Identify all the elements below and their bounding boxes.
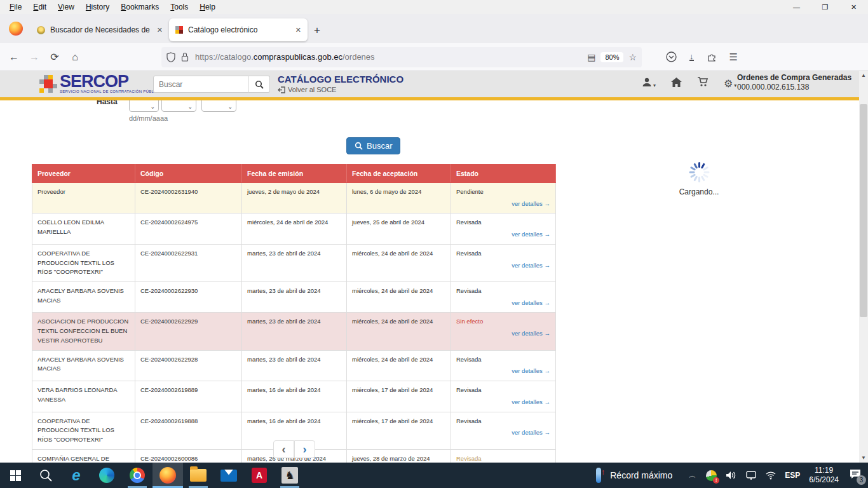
taskbar-explorer[interactable] [183, 463, 214, 488]
date-day-select[interactable]: ⌄ [129, 100, 159, 112]
downloads-icon[interactable]: ↓ [689, 53, 694, 61]
home-button[interactable] [671, 78, 682, 90]
order-code: CE-20240002600086 [135, 449, 242, 463]
taskbar-ie[interactable]: e [61, 463, 92, 488]
tab-close-icon[interactable]: ✕ [295, 26, 301, 34]
url-text[interactable]: https://catalogo.compraspublicas.gob.ec/… [195, 52, 587, 62]
ver-detalles-link[interactable]: ver detalles → [456, 200, 550, 209]
ver-detalles-link[interactable]: ver detalles → [456, 329, 550, 339]
bookmark-star-icon[interactable]: ☆ [628, 52, 637, 62]
weather-text[interactable]: Récord máximo [610, 470, 672, 480]
reload-icon[interactable]: ⟳ [44, 51, 65, 63]
url-bar[interactable]: https://catalogo.compraspublicas.gob.ec/… [161, 47, 642, 67]
folder-icon [190, 469, 207, 482]
table-row: ASOCIACION DE PRODUCCION TEXTIL CONFECCI… [32, 313, 556, 350]
sercop-logo[interactable]: SERCOP SERVICIO NACIONAL DE CONTRATACIÓN… [60, 73, 161, 93]
notification-center-icon[interactable]: 3 [849, 468, 862, 482]
user-menu[interactable]: ▾ [642, 77, 656, 90]
shield-icon[interactable] [166, 52, 175, 62]
sercop-header: SERCOP SERVICIO NACIONAL DE CONTRATACIÓN… [0, 71, 859, 97]
minimize-button[interactable]: — [782, 0, 811, 14]
tab-strip: Buscador de Necesidades de Co ✕ Catálogo… [0, 14, 868, 43]
chrome-icon [130, 468, 145, 483]
scrollbar-thumb[interactable] [860, 104, 867, 317]
restore-button[interactable]: ❐ [811, 0, 839, 14]
close-button[interactable]: ✕ [839, 0, 868, 14]
antivirus-icon[interactable] [706, 470, 717, 481]
menu-edit[interactable]: Edit [29, 1, 51, 13]
ver-detalles-link[interactable]: ver detalles → [456, 367, 550, 376]
table-row: ARACELY BARBARA SOVENIS MACIAS CE-202400… [32, 282, 556, 313]
col-estado: Estado [451, 165, 556, 183]
extensions-icon[interactable] [707, 52, 717, 62]
acceptance-date: miércoles, 24 de abril de 2024 [347, 313, 451, 350]
volume-icon[interactable] [726, 470, 737, 480]
taskbar: e A ♞ ↑ Récord máximo ︿ ESP 11:19 6/5/ [0, 463, 868, 488]
next-page-button[interactable]: › [294, 440, 315, 458]
user-icon [642, 77, 652, 87]
catalog-search-button[interactable] [248, 76, 270, 93]
table-row: COOPERATIVA DE PRODUCCIÓN TEXTIL LOS RÍO… [32, 244, 556, 281]
taskbar-firefox[interactable] [153, 463, 183, 488]
wifi-icon[interactable] [765, 471, 776, 480]
menu-file[interactable]: File [5, 1, 26, 13]
taskbar-mail[interactable] [214, 463, 244, 488]
ver-detalles-link[interactable]: ver detalles → [456, 398, 550, 407]
taskbar-acrobat[interactable]: A [244, 463, 275, 488]
menu-view[interactable]: View [53, 1, 79, 13]
notification-badge: 3 [857, 475, 866, 485]
menu-bookmarks[interactable]: Bookmarks [116, 1, 163, 13]
app-menu-icon[interactable]: ☰ [729, 51, 738, 63]
weather-icon[interactable]: ↑ [595, 468, 605, 483]
ver-detalles-link[interactable]: ver detalles → [456, 299, 550, 308]
ver-detalles-link[interactable]: ver detalles → [456, 230, 550, 240]
provider-name: ARACELY BARBARA SOVENIS MACIAS [37, 356, 124, 372]
date: 6/5/2024 [809, 475, 839, 485]
date-year-select[interactable]: ⌄ [201, 100, 236, 112]
search-icon [39, 468, 53, 482]
settings-menu[interactable]: ⚙▾ [724, 78, 736, 90]
zoom-level[interactable]: 80% [600, 52, 623, 62]
volver-soce-link[interactable]: Volver al SOCE [278, 86, 403, 93]
scroll-down-icon[interactable]: ▼ [859, 454, 868, 463]
taskbar-edge[interactable] [92, 463, 122, 488]
tab-buscador[interactable]: Buscador de Necesidades de Co ✕ [31, 18, 169, 41]
reader-mode-icon[interactable]: ▤ [587, 52, 595, 62]
table-row: VERA BARRIOS LEONARDA VANESSA CE-2024000… [32, 381, 556, 412]
menu-help[interactable]: Help [195, 1, 220, 13]
ver-detalles-link[interactable]: ver detalles → [456, 428, 550, 438]
start-button[interactable] [0, 463, 31, 488]
firefox-icon[interactable] [9, 22, 23, 36]
emission-date: martes, 23 de abril de 2024 [242, 282, 347, 313]
taskbar-java-app[interactable]: ♞ [275, 463, 305, 488]
prev-page-button[interactable]: ‹ [273, 440, 294, 458]
language-indicator[interactable]: ESP [785, 471, 800, 480]
clock[interactable]: 11:19 6/5/2024 [809, 466, 839, 485]
menu-history[interactable]: History [81, 1, 114, 13]
buscar-button[interactable]: Buscar [346, 137, 400, 154]
display-connect-icon[interactable] [745, 470, 757, 480]
pocket-icon[interactable] [666, 51, 677, 62]
forward-icon[interactable]: → [24, 51, 44, 63]
tray-expand-icon[interactable]: ︿ [689, 471, 696, 480]
date-month-select[interactable]: ⌄ [161, 100, 196, 112]
tab-catalogo[interactable]: Catálogo electrónico ✕ [169, 18, 308, 41]
menu-tools[interactable]: Tools [166, 1, 193, 13]
page-scrollbar[interactable]: ▲ ▼ [859, 71, 868, 463]
cart-button[interactable] [697, 77, 709, 90]
tab-close-icon[interactable]: ✕ [157, 26, 163, 34]
internet-explorer-icon: e [72, 468, 80, 483]
catalog-search-input[interactable] [153, 76, 248, 93]
taskbar-search-button[interactable] [31, 463, 61, 488]
back-icon[interactable]: ← [4, 51, 24, 63]
search-icon [355, 142, 363, 150]
ver-detalles-link[interactable]: ver detalles → [456, 261, 550, 271]
provider-name: ASOCIACION DE PRODUCCION TEXTIL CONFECCI… [37, 318, 128, 343]
taskbar-chrome[interactable] [122, 463, 153, 488]
scroll-up-icon[interactable]: ▲ [859, 71, 868, 80]
emission-date: martes, 16 de abril de 2024 [242, 381, 347, 412]
home-icon[interactable]: ⌂ [65, 51, 85, 63]
order-code: CE-20240002624975 [135, 214, 242, 244]
lock-icon[interactable] [181, 52, 189, 62]
new-tab-button[interactable]: + [314, 24, 320, 37]
